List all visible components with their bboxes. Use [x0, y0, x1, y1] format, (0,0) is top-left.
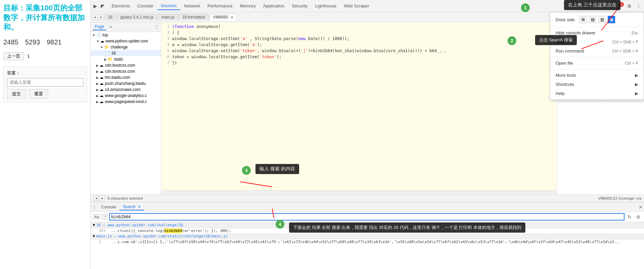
answer-label: 答案： — [7, 70, 83, 76]
tree-item-google-analytics[interactable]: ▶ ☁ www.google-analytics.c — [91, 93, 161, 99]
status-bar: ◂ ▸ 8 characters selected VM6658:23 Cove… — [91, 194, 644, 202]
btn-row: 提交 重置 — [7, 89, 83, 99]
open-file-item[interactable]: Open file Ctrl + P — [550, 59, 644, 68]
tree-item-16[interactable]: 📄 16 — [91, 50, 161, 56]
tree-item-cdn2[interactable]: ▶ ☁ cdn.bootcss.com — [91, 68, 161, 74]
device-toggle-icon[interactable]: ◤ — [99, 3, 106, 9]
number-1: 2485 — [3, 38, 18, 46]
inspect-element-icon[interactable]: ▶ — [92, 3, 98, 9]
webpage-panel: 目标：采集100页的全部数字，并计算所有数据加和。 2485 5293 9821… — [0, 0, 91, 269]
prev-page-button[interactable]: 上一页 — [3, 52, 24, 60]
result-group-1[interactable]: ▼ 16 — www.python-spider.com/challenge/1… — [91, 222, 644, 228]
tab-webscraper[interactable]: Web Scraper — [340, 2, 373, 10]
tree-item-static[interactable]: ▶ 📁 static — [91, 56, 161, 62]
settings-icon[interactable]: ⚙ — [625, 2, 633, 10]
tree-item-hm-baidu[interactable]: ▶ ☁ hm.baidu.com — [91, 74, 161, 80]
menu-section-tools: More tools ▶ Shortcuts ▶ Help ▶ — [550, 69, 644, 100]
bottom-menu-icon[interactable]: ⋮ — [92, 204, 96, 209]
tree-item-cdn1[interactable]: ▶ ☁ cdn.bootcss.com — [91, 62, 161, 68]
tree-tab-more[interactable]: » — [108, 24, 114, 30]
result-line-1[interactable]: 203 ...ction(){ console.log(binb2b64(a+'… — [91, 228, 644, 233]
code-line-5: 5 window.localStorage.setItem('token', w… — [161, 48, 557, 54]
scroll-right-bottom-icon[interactable]: ▸ — [99, 196, 105, 201]
error-icon[interactable]: ✕ 2 — [616, 2, 624, 10]
answer-section: 答案： 提交 重置 — [3, 66, 87, 102]
tab-application[interactable]: Application — [260, 2, 288, 10]
tree-item-push-baidu[interactable]: ▶ ☁ push.zhanzhang.baidu. — [91, 80, 161, 87]
file-tab-main[interactable]: main.js — [158, 14, 178, 20]
file-tree: Page » ⋮ ▼ 📄 top ▼ ☁ www.python-spider.c… — [91, 22, 161, 194]
tree-item-amazonaws[interactable]: ▶ ☁ s3.amazonaws.com — [91, 87, 161, 93]
search-input[interactable] — [111, 214, 622, 219]
close-tab-icon[interactable]: ✕ — [231, 15, 233, 19]
scroll-left-bottom-icon[interactable]: ◂ — [93, 196, 99, 201]
tab-search-bottom[interactable]: Search ✕ — [119, 204, 144, 210]
devtools-bottom: ⋮ Console Search ✕ ✕ Aa .* ↻ ⊘ ▼ — [91, 202, 644, 269]
search-actions: ↻ ⊘ — [626, 213, 642, 221]
more-tools-item[interactable]: More tools ▶ — [550, 71, 644, 80]
code-line-4: 4 a = window.localStorage.getItem('a'); — [161, 42, 557, 48]
help-item[interactable]: Help ▶ — [550, 89, 644, 98]
devtools-topbar-icons: ▶ ◤ — [92, 3, 106, 9]
tab-sources[interactable]: Sources — [157, 2, 180, 10]
menu-section-file: Open file Ctrl + P — [550, 57, 644, 69]
tab-elements[interactable]: Elements — [108, 2, 133, 10]
tab-console[interactable]: Console — [134, 2, 157, 10]
horizontal-scrollbar[interactable] — [161, 190, 557, 194]
dock-right-button[interactable]: ▦ — [608, 16, 615, 23]
devtools-topbar: ▶ ◤ Elements Console Sources Network Per… — [91, 0, 644, 12]
scroll-right-icon[interactable]: ▸ — [98, 14, 104, 20]
hide-console-item[interactable]: Hide console drawer Esc — [550, 28, 644, 37]
regex-button[interactable]: .* — [102, 214, 108, 220]
tree-item-challenge[interactable]: ▼ 📁 challenge — [91, 44, 161, 50]
code-line-2: 2 ) { — [161, 30, 557, 36]
answer-input[interactable] — [7, 78, 83, 87]
tree-item-pagespeed[interactable]: ▶ ☁ www.pagespeed-mod.c — [91, 99, 161, 105]
dock-undock-button[interactable]: ⊞ — [579, 16, 587, 23]
result-line-2[interactable]: 1 ...i.com.v6';i1I1i=[i I,,'\x77\x6f\x50… — [91, 239, 644, 244]
file-tab-vm6660[interactable]: VM6660 ✕ — [209, 14, 237, 21]
tree-header: Page » ⋮ — [91, 22, 161, 32]
search-input-wrap — [109, 213, 625, 221]
tab-lighthouse[interactable]: Lighthouse — [312, 2, 340, 10]
dock-bottom-button[interactable]: ▥ — [598, 16, 606, 23]
file-tab-16[interactable]: 16 — [104, 14, 116, 20]
run-command-item[interactable]: Run command Ctrl + Shift + P — [550, 46, 644, 56]
tree-options-icon[interactable]: ⋮ — [155, 25, 159, 29]
search-item[interactable]: Search Ctrl + Shift + F — [550, 37, 644, 46]
error-badge: 2 — [619, 2, 624, 7]
tab-security[interactable]: Security — [288, 2, 311, 10]
dock-side-row: Dock side ⊞ ▤ ▥ ▦ — [550, 14, 644, 25]
reset-button[interactable]: 重置 — [29, 89, 48, 99]
submit-button[interactable]: 提交 — [7, 89, 26, 99]
case-sensitive-button[interactable]: Aa — [93, 214, 100, 220]
code-line-1: 1 (function anonymous( — [161, 24, 557, 30]
close-bottom-panel-icon[interactable]: ✕ — [639, 204, 643, 210]
number-3: 9821 — [47, 38, 62, 46]
shortcuts-item[interactable]: Shortcuts ▶ — [550, 80, 644, 89]
result-group-2-label: main.js — www.python-spider.com/static/c… — [96, 234, 228, 238]
tree-tab-page[interactable]: Page — [93, 24, 106, 30]
tab-performance[interactable]: Performance — [204, 2, 236, 10]
more-options-icon[interactable]: ⋮ — [635, 2, 643, 10]
pagination-row: 上一页 1 — [3, 52, 87, 60]
refresh-search-button[interactable]: ↻ — [626, 213, 633, 221]
menu-section-main: Hide console drawer Esc Search Ctrl + Sh… — [550, 27, 644, 57]
code-content[interactable]: 1 (function anonymous( 2 ) { 3 window.lo… — [161, 22, 557, 190]
close-search-tab-icon[interactable]: ✕ — [138, 205, 141, 209]
search-options: Aa .* — [93, 214, 108, 220]
scroll-left-icon[interactable]: ◂ — [92, 14, 97, 20]
tab-console-bottom[interactable]: Console — [98, 204, 119, 210]
page-number: 1 — [27, 54, 30, 59]
file-tab-jquery[interactable]: jquery-3.4.1.min.js — [117, 14, 157, 20]
clear-search-button[interactable]: ⊘ — [635, 213, 642, 221]
result-group-2[interactable]: ▼ main.js — www.python-spider.com/static… — [91, 233, 644, 239]
dock-left-button[interactable]: ▤ — [589, 16, 596, 23]
tab-memory[interactable]: Memory — [237, 2, 259, 10]
tab-network[interactable]: Network — [181, 2, 204, 10]
tree-item-python-spider[interactable]: ▼ ☁ www.python-spider.com — [91, 38, 161, 44]
file-tab-16formatted[interactable]: 16:formatted — [178, 14, 208, 20]
devtools-topbar-right: ✕ 2 ⚙ ⋮ — [616, 2, 643, 10]
tree-item-top[interactable]: ▼ 📄 top — [91, 32, 161, 38]
code-line-3: 3 window.localStorage.setItem('a' , Stri… — [161, 36, 557, 42]
